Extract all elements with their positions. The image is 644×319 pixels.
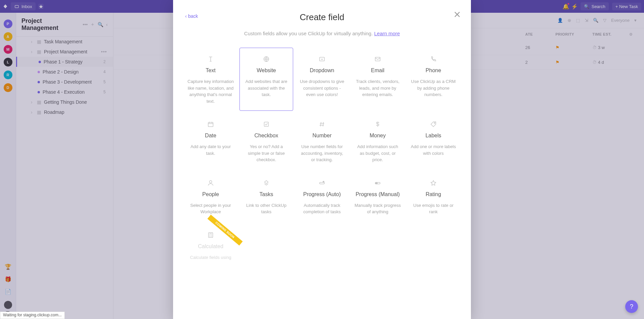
svg-rect-4 [208, 123, 213, 127]
calendar-icon [187, 119, 234, 129]
learn-more-link[interactable]: Learn more [374, 31, 400, 36]
field-card-title: Number [299, 133, 345, 139]
hash-icon [299, 119, 345, 129]
field-type-calculated: CalculatedCalculate fields usingCOMING S… [184, 224, 237, 271]
field-card-title: Date [187, 133, 234, 139]
svg-rect-11 [375, 182, 377, 184]
mail-icon [355, 54, 401, 64]
field-card-title: Progress (Auto) [299, 191, 345, 197]
svg-rect-3 [375, 57, 380, 61]
dollar-icon [355, 119, 401, 129]
field-card-title: Calculated [187, 243, 234, 249]
field-type-email[interactable]: EmailTrack clients, vendors, leads, and … [351, 48, 405, 111]
star-icon [410, 178, 457, 188]
close-button[interactable] [453, 11, 461, 18]
field-type-progress-auto-[interactable]: Progress (Auto)Automatically track compl… [295, 172, 349, 222]
modal-overlay: ‹ back Create field Custom fields allow … [0, 0, 644, 319]
modal-subtitle: Custom fields allow you use ClickUp for … [173, 31, 471, 36]
field-card-description: Add any date to your task. [187, 143, 234, 156]
field-card-title: Checkbox [243, 133, 289, 139]
field-card-description: Select people in your Workplace [187, 202, 234, 215]
help-button[interactable]: ? [625, 300, 638, 313]
field-card-description: Use ClickUp as a CRM by adding phone num… [410, 78, 457, 98]
field-grid: TextCapture key information like name, l… [173, 48, 471, 271]
svg-point-6 [434, 123, 435, 124]
field-card-title: Website [243, 67, 289, 74]
tag-icon [410, 119, 457, 129]
field-card-title: Money [355, 133, 401, 139]
field-card-description: Link to other ClickUp tasks [243, 202, 289, 215]
field-card-description: Use dropdowns to give consistent options… [299, 78, 345, 98]
back-button[interactable]: ‹ back [185, 13, 198, 19]
field-card-title: People [187, 191, 234, 197]
field-type-date[interactable]: DateAdd any date to your task. [184, 113, 237, 170]
svg-point-9 [323, 181, 324, 182]
svg-rect-2 [320, 57, 325, 61]
svg-point-7 [209, 180, 212, 183]
field-card-description: Add information such as budget, cost, or… [355, 143, 401, 163]
field-card-description: Track clients, vendors, leads, and more … [355, 78, 401, 98]
person-icon [187, 178, 234, 188]
field-type-tasks[interactable]: TasksLink to other ClickUp tasks [239, 172, 293, 222]
field-card-description: Add one or more labels with colors [410, 143, 457, 156]
field-card-description: Automatically track completion of tasks [299, 202, 345, 215]
field-card-description: Add websites that are associated with th… [243, 78, 289, 98]
progressm-icon [355, 178, 401, 188]
field-type-people[interactable]: PeopleSelect people in your Workplace [184, 172, 237, 222]
field-card-description: Capture key information like name, locat… [187, 78, 234, 104]
checkbox-icon [243, 119, 289, 129]
field-type-text[interactable]: TextCapture key information like name, l… [184, 48, 237, 111]
field-card-title: Text [187, 67, 234, 74]
field-card-description: Use emojis to rate or rank [410, 202, 457, 215]
field-type-phone[interactable]: PhoneUse ClickUp as a CRM by adding phon… [407, 48, 460, 111]
svg-rect-12 [209, 232, 213, 237]
dropdown-icon [299, 54, 345, 64]
field-card-description: Yes or no? Add a simple true or false ch… [243, 143, 289, 163]
field-card-description: Use number fields for accounting, invent… [299, 143, 345, 163]
tasks-icon [243, 178, 289, 188]
field-card-title: Rating [410, 191, 457, 197]
field-card-description: Manually track progress of anything [355, 202, 401, 215]
field-card-title: Labels [410, 133, 457, 139]
field-card-title: Phone [410, 67, 457, 74]
globe-icon [243, 54, 289, 64]
phone-icon [410, 54, 457, 64]
field-type-rating[interactable]: RatingUse emojis to rate or rank [407, 172, 460, 222]
text-icon [187, 54, 234, 64]
field-card-title: Progress (Manual) [355, 191, 401, 197]
field-type-website[interactable]: WebsiteAdd websites that are associated … [239, 48, 293, 111]
field-card-description: Calculate fields using [187, 254, 234, 261]
field-type-progress-manual-[interactable]: Progress (Manual)Manually track progress… [351, 172, 405, 222]
svg-rect-8 [320, 182, 325, 184]
field-card-title: Dropdown [299, 67, 345, 74]
svg-rect-5 [264, 122, 269, 127]
create-field-modal: ‹ back Create field Custom fields allow … [173, 0, 471, 319]
field-type-number[interactable]: NumberUse number fields for accounting, … [295, 113, 349, 170]
field-card-title: Tasks [243, 191, 289, 197]
modal-title: Create field [173, 12, 471, 22]
field-type-money[interactable]: MoneyAdd information such as budget, cos… [351, 113, 405, 170]
back-label: back [188, 13, 198, 19]
browser-status-bar: Waiting for staging.clickup.com... [0, 312, 65, 319]
field-type-dropdown[interactable]: DropdownUse dropdowns to give consistent… [295, 48, 349, 111]
chevron-left-icon: ‹ [185, 13, 187, 19]
field-type-checkbox[interactable]: CheckboxYes or no? Add a simple true or … [239, 113, 293, 170]
field-type-labels[interactable]: LabelsAdd one or more labels with colors [407, 113, 460, 170]
progressa-icon [299, 178, 345, 188]
field-card-title: Email [355, 67, 401, 74]
